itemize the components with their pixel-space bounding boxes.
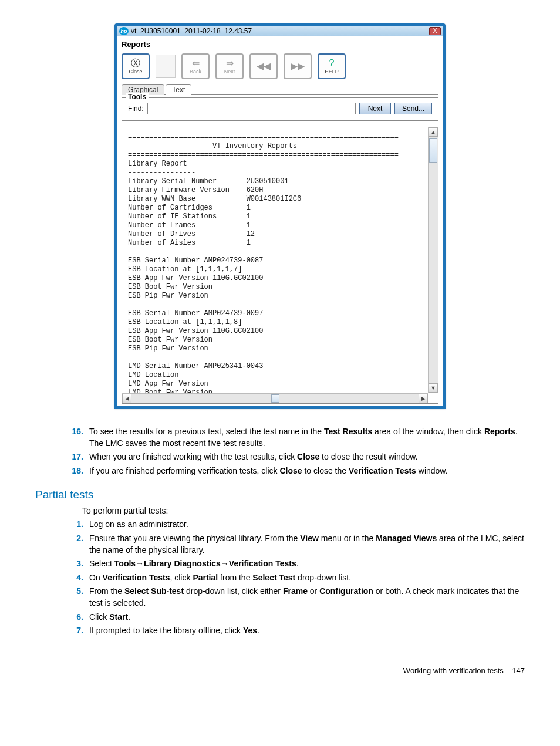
- step-number: 7.: [70, 625, 89, 637]
- next-icon: ⇒: [226, 59, 234, 68]
- hp-logo-icon: hp: [119, 27, 129, 35]
- page-number: 147: [512, 666, 525, 675]
- toolbar: Ⓧ Close ⇐ Back ⇒ Next ◀◀ ▶▶ ? HELP: [122, 51, 438, 83]
- scroll-up-icon[interactable]: ▲: [429, 127, 438, 137]
- help-button[interactable]: ? HELP: [318, 53, 346, 79]
- find-input[interactable]: [147, 103, 356, 114]
- step-number: 18.: [70, 465, 89, 477]
- instruction-step: 4.On Verification Tests, click Partial f…: [70, 572, 525, 584]
- close-button[interactable]: Ⓧ Close: [122, 53, 150, 79]
- step-text: When you are finished working with the t…: [89, 451, 525, 463]
- step-text: From the Select Sub-test drop-down list,…: [89, 586, 525, 609]
- footer-text: Working with verification tests: [403, 666, 504, 675]
- scroll-left-icon[interactable]: ◀: [122, 394, 131, 403]
- close-icon: Ⓧ: [131, 59, 140, 68]
- step-number: 3.: [70, 558, 89, 570]
- rewind-icon: ◀◀: [257, 62, 271, 71]
- instruction-step: 18.If you are finished performing verifi…: [70, 465, 525, 477]
- instruction-steps-partial: 1.Log on as an administrator.2.Ensure th…: [70, 519, 525, 636]
- reports-window: hp vt_2U30510001_2011-02-18_12.43.57 X R…: [114, 23, 446, 409]
- tools-legend: Tools: [126, 93, 149, 101]
- scroll-right-icon[interactable]: ▶: [419, 394, 428, 403]
- back-icon: ⇐: [192, 59, 200, 68]
- step-text: To see the results for a previous test, …: [89, 426, 525, 449]
- forward-button[interactable]: ▶▶: [284, 53, 312, 79]
- step-text: If prompted to take the library offline,…: [89, 625, 525, 637]
- step-text: If you are finished performing verificat…: [89, 465, 525, 477]
- find-label: Find:: [128, 104, 144, 113]
- step-number: 16.: [70, 426, 89, 449]
- rewind-button[interactable]: ◀◀: [249, 53, 278, 79]
- step-number: 2.: [70, 533, 89, 556]
- step-text: Select Tools→Library Diagnostics→Verific…: [89, 558, 525, 570]
- instruction-step: 5.From the Select Sub-test drop-down lis…: [70, 586, 525, 609]
- next-button[interactable]: ⇒ Next: [215, 53, 244, 79]
- instruction-step: 7.If prompted to take the library offlin…: [70, 625, 525, 637]
- close-label: Close: [129, 69, 142, 75]
- scroll-down-icon[interactable]: ▼: [429, 383, 438, 393]
- instruction-step: 6.Click Start.: [70, 612, 525, 623]
- next-label: Next: [224, 69, 235, 75]
- step-text: Log on as an administrator.: [89, 519, 525, 531]
- reports-section-label: Reports: [122, 40, 438, 49]
- partial-tests-heading: Partial tests: [35, 488, 525, 501]
- page-footer: Working with verification tests 147: [35, 666, 525, 675]
- window-titlebar: hp vt_2U30510001_2011-02-18_12.43.57 X: [117, 26, 443, 36]
- page-thumbnail-icon: [156, 55, 176, 78]
- step-number: 17.: [70, 451, 89, 463]
- back-button[interactable]: ⇐ Back: [181, 53, 210, 79]
- tab-text[interactable]: Text: [166, 84, 191, 95]
- vertical-scrollbar[interactable]: ▲ ▼: [428, 127, 438, 393]
- report-area: ========================================…: [122, 127, 438, 404]
- partial-tests-intro: To perform partial tests:: [82, 506, 525, 515]
- forward-icon: ▶▶: [291, 62, 305, 71]
- vscroll-thumb[interactable]: [429, 138, 437, 163]
- instruction-step: 3.Select Tools→Library Diagnostics→Verif…: [70, 558, 525, 570]
- instruction-step: 16.To see the results for a previous tes…: [70, 426, 525, 449]
- find-next-button[interactable]: Next: [359, 103, 391, 114]
- report-text: ========================================…: [128, 133, 429, 397]
- instruction-step: 2.Ensure that you are viewing the physic…: [70, 533, 525, 556]
- step-number: 5.: [70, 586, 89, 609]
- step-number: 1.: [70, 519, 89, 531]
- instruction-steps-primary: 16.To see the results for a previous tes…: [70, 426, 525, 477]
- window-close-button[interactable]: X: [429, 27, 441, 35]
- horizontal-scrollbar[interactable]: ◀ ▶: [122, 393, 428, 403]
- step-text: Click Start.: [89, 612, 525, 623]
- step-number: 6.: [70, 612, 89, 623]
- instruction-step: 17.When you are finished working with th…: [70, 451, 525, 463]
- window-title: vt_2U30510001_2011-02-18_12.43.57: [131, 27, 252, 35]
- tools-panel: Tools Find: Next Send...: [122, 97, 438, 121]
- instruction-step: 1.Log on as an administrator.: [70, 519, 525, 531]
- help-label: HELP: [325, 69, 339, 75]
- view-tabs: Graphical Text: [122, 84, 438, 95]
- step-number: 4.: [70, 572, 89, 584]
- send-button[interactable]: Send...: [394, 103, 432, 114]
- back-label: Back: [190, 69, 201, 75]
- step-text: On Verification Tests, click Partial fro…: [89, 572, 525, 584]
- help-icon: ?: [329, 59, 335, 68]
- hscroll-thumb[interactable]: [271, 394, 279, 403]
- step-text: Ensure that you are viewing the physical…: [89, 533, 525, 556]
